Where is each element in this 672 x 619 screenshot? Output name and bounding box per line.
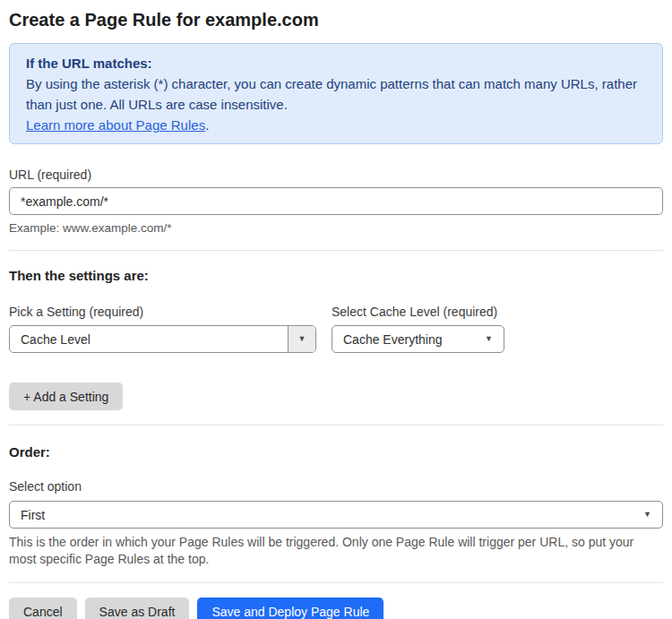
setting-picker-label: Pick a Setting (required) [9,305,316,320]
setting-picker-select[interactable]: Cache Level ▼ [9,325,316,353]
url-example-helper: Example: www.example.com/* [9,219,663,236]
page-title: Create a Page Rule for example.com [9,9,663,30]
url-match-info-box: If the URL matches: By using the asteris… [9,43,663,144]
order-select-label: Select option [9,479,663,494]
save-and-deploy-button[interactable]: Save and Deploy Page Rule [197,598,383,619]
divider [9,425,663,426]
chevron-down-icon: ▼ [643,511,662,519]
link-suffix: . [205,117,209,133]
url-section: URL (required) Example: www.example.com/… [9,168,663,236]
order-select-value: First [10,508,643,522]
order-section-heading: Order: [9,443,663,460]
order-select[interactable]: First ▼ [9,501,663,529]
cache-level-select[interactable]: Cache Everything ▼ [332,325,504,353]
add-setting-button[interactable]: + Add a Setting [9,383,123,410]
settings-section-heading: Then the settings are: [9,267,663,284]
cache-level-value: Cache Everything [332,332,485,347]
info-box-body: By using the asterisk (*) character, you… [26,73,646,115]
settings-row: Pick a Setting (required) Cache Level ▼ … [9,305,663,353]
learn-more-link[interactable]: Learn more about Page Rules [26,117,205,133]
cache-level-picker-label: Select Cache Level (required) [332,305,504,320]
chevron-down-icon: ▼ [485,335,504,343]
setting-picker-value: Cache Level [10,332,288,347]
divider [9,582,663,583]
cache-level-picker-group: Select Cache Level (required) Cache Ever… [332,305,504,353]
info-box-heading: If the URL matches: [26,53,646,73]
url-field-label: URL (required) [9,168,663,183]
info-box-link-line: Learn more about Page Rules. [26,115,646,135]
save-as-draft-button[interactable]: Save as Draft [85,598,190,619]
setting-picker-group: Pick a Setting (required) Cache Level ▼ [9,305,316,353]
cancel-button[interactable]: Cancel [9,598,77,619]
divider [9,250,663,251]
url-input[interactable] [9,187,663,215]
form-actions: Cancel Save as Draft Save and Deploy Pag… [9,598,663,619]
chevron-down-icon: ▼ [288,326,315,352]
create-page-rule-form: Create a Page Rule for example.com If th… [0,0,672,619]
order-helper-text: This is the order in which your Page Rul… [9,534,663,568]
